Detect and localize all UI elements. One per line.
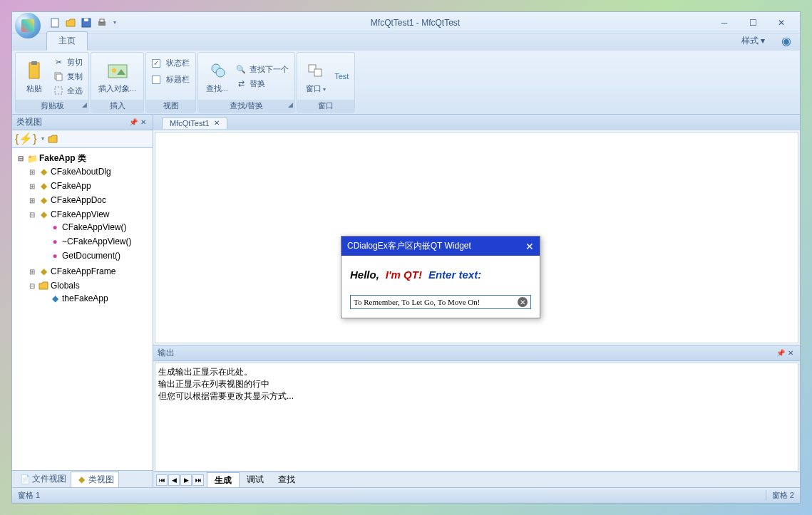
tree-node[interactable]: ⊞◆CFakeAboutDlg (28, 166, 150, 177)
group-find: 查找... 🔍查找下一个 ⇄替换 查找/替换◢ (197, 52, 295, 113)
findnext-icon: 🔍 (235, 63, 247, 75)
tab-home[interactable]: 主页 (46, 31, 88, 51)
tree-node[interactable]: ⊟Globals (28, 280, 150, 291)
classview-panel: 类视图 📌 ✕ {⚡} ▾ ⊟📁FakeApp 类 ⊞◆CFakeAboutDl… (12, 115, 153, 487)
tree-node[interactable]: ●CFakeAppView() (39, 222, 150, 233)
pin-icon[interactable]: 📌 (128, 118, 138, 128)
tab-style[interactable]: 样式 ▾ (729, 31, 777, 51)
close-button[interactable]: ✕ (771, 16, 791, 30)
svg-rect-2 (84, 19, 88, 21)
doc-close-icon[interactable]: ✕ (214, 119, 220, 127)
svg-rect-9 (55, 87, 62, 94)
paste-button[interactable]: 粘贴 (20, 58, 48, 95)
group-view: 状态栏 标题栏 视图 (145, 52, 196, 113)
copy-button[interactable]: 复制 (51, 70, 84, 83)
nav-prev-icon[interactable]: ◀ (168, 474, 180, 486)
output-close-icon[interactable]: ✕ (786, 348, 796, 358)
output-pin-icon[interactable]: 📌 (776, 348, 786, 358)
nav-next-icon[interactable]: ▶ (180, 474, 192, 486)
output-title: 输出 (158, 347, 776, 359)
selectall-button[interactable]: 全选 (51, 84, 84, 97)
print-icon[interactable] (96, 17, 108, 28)
statusbar-checkbox[interactable]: 状态栏 (150, 57, 191, 69)
titlebar-checkbox[interactable]: 标题栏 (150, 73, 191, 85)
tree-node[interactable]: ●GetDocument() (39, 250, 150, 261)
tree-node[interactable]: ◆theFakeApp (39, 293, 150, 304)
svg-rect-0 (51, 19, 58, 27)
save-icon[interactable] (81, 17, 92, 28)
insert-object-button[interactable]: 插入对象... (96, 58, 139, 95)
tab-fileview[interactable]: 📄文件视图 (15, 472, 71, 487)
classview-toolbar: {⚡} ▾ (12, 130, 153, 147)
output-text[interactable]: 生成输出正显示在此处。 输出正显示在列表视图的行中 但您可以根据需要更改其显示方… (155, 363, 798, 472)
nav-last-icon[interactable]: ⏭ (192, 474, 204, 486)
output-tab-build[interactable]: 生成 (207, 472, 240, 488)
cut-icon: ✂ (53, 56, 64, 68)
find-button[interactable]: 查找... (202, 58, 231, 95)
copy-icon (53, 71, 64, 82)
document-tabs: MfcQtTest1 ✕ (153, 115, 800, 130)
find-expand-icon[interactable]: ◢ (288, 101, 293, 108)
replace-icon: ⇄ (235, 78, 247, 89)
sort-dropdown-icon[interactable]: ▾ (41, 135, 44, 142)
sort-icon[interactable]: {⚡} (15, 132, 37, 145)
svg-point-11 (112, 68, 116, 73)
statusbar: 窗格 1 窗格 2 (12, 487, 800, 503)
app-menu-orb[interactable] (15, 13, 41, 38)
help-icon[interactable]: ◉ (781, 34, 794, 48)
clipboard-expand-icon[interactable]: ◢ (82, 101, 87, 108)
paste-icon (23, 59, 46, 82)
ribbon-tab-strip: 主页 样式 ▾ ◉ (12, 33, 800, 51)
new-file-icon[interactable] (49, 17, 61, 28)
doc-tab[interactable]: MfcQtTest1 ✕ (162, 117, 227, 129)
class-icon: ◆ (38, 209, 49, 220)
newfolder-icon[interactable] (47, 134, 58, 144)
window-button[interactable]: 窗口▾ (302, 58, 330, 95)
svg-rect-8 (56, 74, 62, 80)
dialog-text-input[interactable] (354, 298, 518, 306)
group-window: 窗口▾ Test 窗口 (297, 52, 355, 113)
svg-rect-5 (29, 63, 39, 78)
dialog-title: CDialogEx客户区内嵌QT Widget (347, 240, 471, 252)
tree-root[interactable]: ⊟📁FakeApp 类 (16, 152, 150, 165)
method-icon: ● (49, 236, 61, 247)
minimize-button[interactable]: ─ (714, 16, 734, 30)
open-file-icon[interactable] (65, 17, 76, 28)
group-clipboard: 粘贴 ✂剪切 复制 全选 剪贴板◢ (15, 52, 89, 113)
test-link[interactable]: Test (333, 71, 350, 81)
tree-node[interactable]: ⊟◆CFakeAppView (28, 209, 150, 220)
status-pane-left: 窗格 1 (18, 490, 40, 501)
output-panel: 输出 📌 ✕ 生成输出正显示在此处。 输出正显示在列表视图的行中 但您可以根据需… (153, 345, 800, 487)
cut-button[interactable]: ✂剪切 (51, 56, 84, 68)
tree-node[interactable]: ⊞◆CFakeApp (28, 180, 150, 192)
classview-icon: ◆ (76, 474, 87, 485)
class-icon: ◆ (38, 194, 49, 206)
panel-close-icon[interactable]: ✕ (138, 118, 148, 128)
findnext-button[interactable]: 🔍查找下一个 (234, 63, 290, 76)
var-icon: ◆ (49, 293, 61, 304)
svg-rect-6 (31, 61, 37, 65)
tree-node[interactable]: ●~CFakeAppView() (39, 236, 150, 247)
project-icon: 📁 (26, 153, 38, 165)
class-icon: ◆ (38, 266, 49, 277)
class-icon: ◆ (38, 180, 49, 192)
tab-classview[interactable]: ◆类视图 (71, 472, 119, 487)
replace-button[interactable]: ⇄替换 (234, 77, 290, 90)
window-icon (304, 59, 327, 82)
svg-rect-10 (108, 65, 127, 78)
output-tab-debug[interactable]: 调试 (240, 472, 271, 487)
classview-title: 类视图 (16, 116, 128, 128)
tree-node[interactable]: ⊞◆CFakeAppDoc (28, 194, 150, 206)
nav-first-icon[interactable]: ⏮ (156, 474, 168, 486)
clear-input-icon[interactable]: ✕ (518, 297, 528, 307)
svg-rect-4 (100, 19, 104, 22)
tree-node[interactable]: ⊞◆CFakeAppFrame (28, 266, 150, 277)
class-tree[interactable]: ⊟📁FakeApp 类 ⊞◆CFakeAboutDlg ⊞◆CFakeApp ⊞… (12, 147, 153, 470)
selectall-icon (53, 85, 64, 96)
output-tab-find[interactable]: 查找 (271, 472, 302, 487)
class-icon: ◆ (38, 166, 49, 177)
svg-point-13 (216, 68, 225, 77)
maximize-button[interactable]: ☐ (743, 16, 763, 30)
checkbox-unchecked-icon (152, 76, 160, 84)
dialog-close-icon[interactable]: ✕ (525, 241, 534, 252)
